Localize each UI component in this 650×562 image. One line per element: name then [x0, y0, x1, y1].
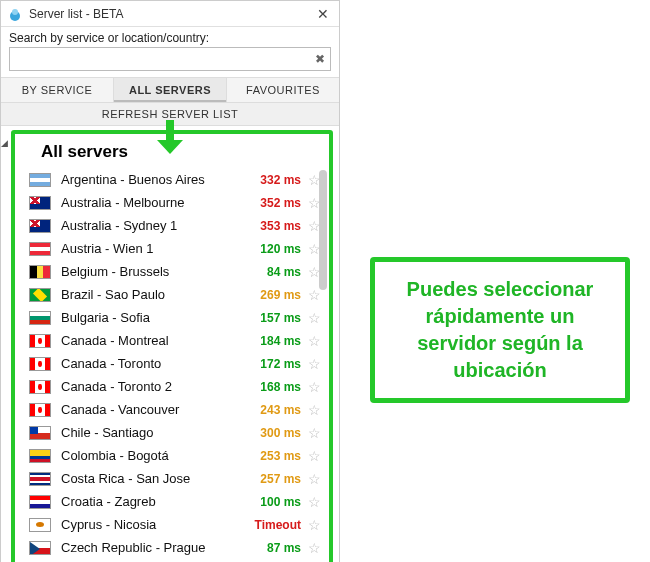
favourite-star-icon[interactable]: ☆: [305, 494, 323, 510]
server-ping: 352 ms: [247, 196, 305, 210]
server-ping: 100 ms: [247, 495, 305, 509]
flag-icon: [29, 495, 51, 509]
server-ping: 353 ms: [247, 219, 305, 233]
window-title: Server list - BETA: [29, 7, 313, 21]
flag-icon: [29, 541, 51, 555]
favourite-star-icon[interactable]: ☆: [305, 356, 323, 372]
server-row[interactable]: Czech Republic - Prague87 ms☆: [19, 536, 325, 559]
server-ping: 120 ms: [247, 242, 305, 256]
server-ping: 157 ms: [247, 311, 305, 325]
server-row[interactable]: Cyprus - NicosiaTimeout☆: [19, 513, 325, 536]
server-row[interactable]: Canada - Vancouver243 ms☆: [19, 398, 325, 421]
server-name: Canada - Montreal: [61, 333, 247, 348]
favourite-star-icon[interactable]: ☆: [305, 471, 323, 487]
search-label: Search by service or location/country:: [9, 31, 331, 45]
server-row[interactable]: Argentina - Buenos Aires332 ms☆: [19, 168, 325, 191]
server-row[interactable]: Brazil - Sao Paulo269 ms☆: [19, 283, 325, 306]
flag-icon: [29, 196, 51, 210]
server-list-window: Server list - BETA ✕ Search by service o…: [0, 0, 340, 562]
server-ping: 300 ms: [247, 426, 305, 440]
server-name: Belgium - Brussels: [61, 264, 247, 279]
server-ping: 184 ms: [247, 334, 305, 348]
server-ping: Timeout: [247, 518, 305, 532]
server-name: Australia - Melbourne: [61, 195, 247, 210]
server-name: Cyprus - Nicosia: [61, 517, 247, 532]
server-row[interactable]: Costa Rica - San Jose257 ms☆: [19, 467, 325, 490]
server-ping: 269 ms: [247, 288, 305, 302]
favourite-star-icon[interactable]: ☆: [305, 402, 323, 418]
collapse-icon[interactable]: ◢: [1, 138, 8, 148]
flag-icon: [29, 403, 51, 417]
flag-icon: [29, 426, 51, 440]
server-name: Brazil - Sao Paulo: [61, 287, 247, 302]
flag-icon: [29, 288, 51, 302]
server-row[interactable]: Austria - Wien 1120 ms☆: [19, 237, 325, 260]
tab-bar: BY SERVICE ALL SERVERS FAVOURITES: [1, 77, 339, 103]
server-name: Colombia - Bogotá: [61, 448, 247, 463]
server-ping: 332 ms: [247, 173, 305, 187]
search-row: ✖: [9, 47, 331, 71]
server-row[interactable]: Canada - Toronto172 ms☆: [19, 352, 325, 375]
server-row[interactable]: Belgium - Brussels84 ms☆: [19, 260, 325, 283]
flag-icon: [29, 311, 51, 325]
server-name: Australia - Sydney 1: [61, 218, 247, 233]
favourite-star-icon[interactable]: ☆: [305, 310, 323, 326]
server-name: Costa Rica - San Jose: [61, 471, 247, 486]
refresh-server-list-button[interactable]: REFRESH SERVER LIST: [1, 103, 339, 126]
server-row[interactable]: Croatia - Zagreb100 ms☆: [19, 490, 325, 513]
flag-icon: [29, 334, 51, 348]
server-name: Chile - Santiago: [61, 425, 247, 440]
server-row[interactable]: Bulgaria - Sofia157 ms☆: [19, 306, 325, 329]
server-name: Bulgaria - Sofia: [61, 310, 247, 325]
server-row[interactable]: Australia - Sydney 1353 ms☆: [19, 214, 325, 237]
favourite-star-icon[interactable]: ☆: [305, 379, 323, 395]
app-logo-icon: [7, 6, 23, 22]
server-list: Argentina - Buenos Aires332 ms☆Australia…: [19, 168, 325, 559]
server-ping: 253 ms: [247, 449, 305, 463]
highlight-box: All servers Argentina - Buenos Aires332 …: [11, 130, 333, 562]
server-ping: 243 ms: [247, 403, 305, 417]
server-name: Croatia - Zagreb: [61, 494, 247, 509]
server-name: Canada - Vancouver: [61, 402, 247, 417]
server-row[interactable]: Australia - Melbourne352 ms☆: [19, 191, 325, 214]
flag-icon: [29, 357, 51, 371]
server-ping: 84 ms: [247, 265, 305, 279]
server-row[interactable]: Colombia - Bogotá253 ms☆: [19, 444, 325, 467]
server-row[interactable]: Canada - Montreal184 ms☆: [19, 329, 325, 352]
server-name: Canada - Toronto 2: [61, 379, 247, 394]
content-area: ◢ All servers Argentina - Buenos Aires33…: [1, 126, 339, 562]
search-input[interactable]: [10, 50, 310, 68]
scrollbar-thumb[interactable]: [319, 170, 327, 290]
flag-icon: [29, 242, 51, 256]
favourite-star-icon[interactable]: ☆: [305, 333, 323, 349]
search-area: Search by service or location/country: ✖: [1, 27, 339, 77]
flag-icon: [29, 173, 51, 187]
server-name: Canada - Toronto: [61, 356, 247, 371]
tab-by-service[interactable]: BY SERVICE: [1, 78, 114, 102]
favourite-star-icon[interactable]: ☆: [305, 448, 323, 464]
titlebar: Server list - BETA ✕: [1, 1, 339, 27]
server-ping: 168 ms: [247, 380, 305, 394]
favourite-star-icon[interactable]: ☆: [305, 517, 323, 533]
flag-icon: [29, 380, 51, 394]
server-ping: 257 ms: [247, 472, 305, 486]
server-ping: 172 ms: [247, 357, 305, 371]
flag-icon: [29, 265, 51, 279]
server-name: Argentina - Buenos Aires: [61, 172, 247, 187]
server-row[interactable]: Chile - Santiago300 ms☆: [19, 421, 325, 444]
server-row[interactable]: Canada - Toronto 2168 ms☆: [19, 375, 325, 398]
tab-favourites[interactable]: FAVOURITES: [227, 78, 339, 102]
section-title: All servers: [19, 140, 325, 168]
close-icon[interactable]: ✕: [313, 6, 333, 22]
favourite-star-icon[interactable]: ☆: [305, 540, 323, 556]
tab-all-servers[interactable]: ALL SERVERS: [114, 78, 227, 102]
svg-point-1: [12, 9, 18, 15]
favourite-star-icon[interactable]: ☆: [305, 425, 323, 441]
flag-icon: [29, 518, 51, 532]
annotation-callout: Puedes seleccionar rápidamente un servid…: [370, 257, 630, 403]
flag-icon: [29, 472, 51, 486]
server-name: Austria - Wien 1: [61, 241, 247, 256]
clear-search-icon[interactable]: ✖: [310, 52, 330, 66]
server-ping: 87 ms: [247, 541, 305, 555]
flag-icon: [29, 219, 51, 233]
